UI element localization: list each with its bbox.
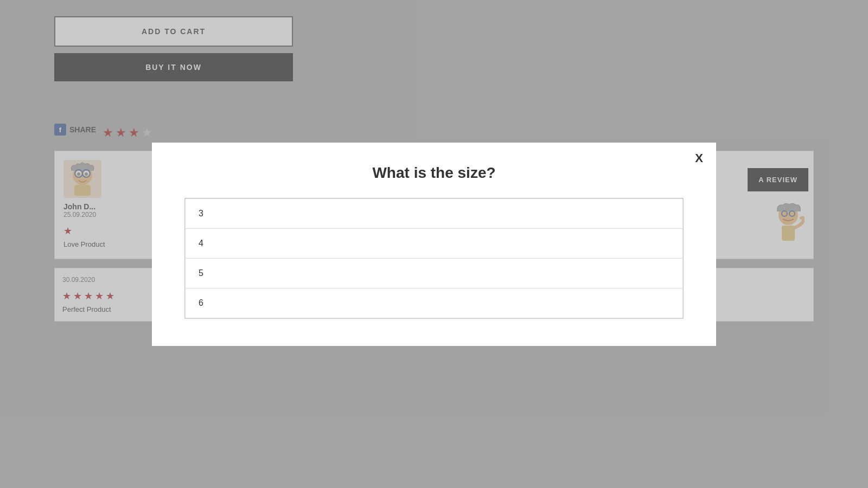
size-selection-modal: X What is the size? 3 4 5 6 <box>152 143 716 346</box>
modal-close-button[interactable]: X <box>695 151 703 165</box>
size-option-3[interactable]: 3 <box>185 198 683 229</box>
size-option-6[interactable]: 6 <box>185 288 683 318</box>
size-option-5[interactable]: 5 <box>185 259 683 288</box>
modal-overlay: X What is the size? 3 4 5 6 <box>0 0 868 488</box>
size-options-list: 3 4 5 6 <box>184 198 684 319</box>
modal-title: What is the size? <box>184 164 684 182</box>
size-option-4[interactable]: 4 <box>185 229 683 259</box>
